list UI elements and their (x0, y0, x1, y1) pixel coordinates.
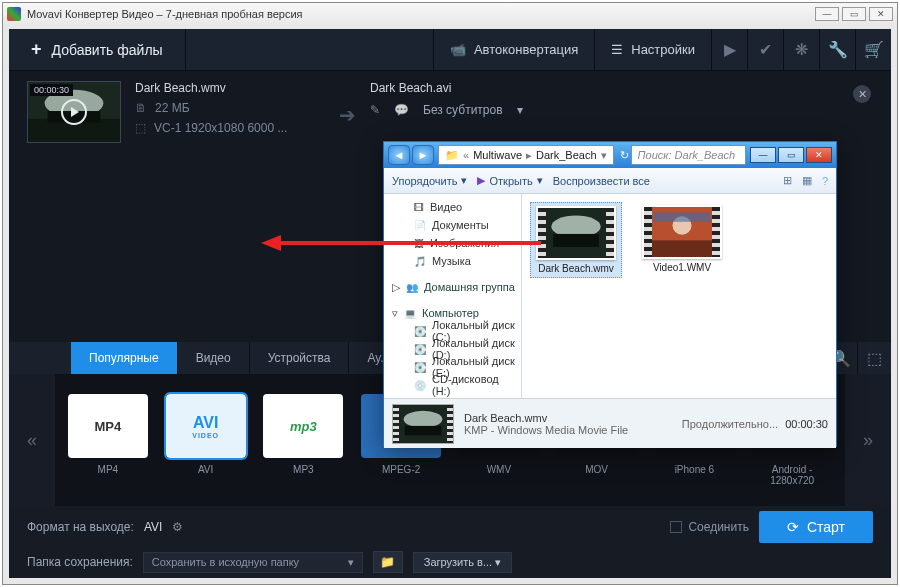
edit-icon[interactable]: ✎ (370, 103, 380, 117)
organize-button[interactable]: Упорядочить ▾ (392, 174, 467, 187)
explorer-breadcrumb[interactable]: 📁 « Multiwave ▸ Dark_Beach ▾ (438, 145, 614, 165)
outer-window-frame: Movavi Конвертер Видео – 7-дневная пробн… (2, 2, 898, 585)
format-avi[interactable]: AVIVIDEOAVI (165, 394, 247, 486)
file-codec: VC-1 1920x1080 6000 ... (154, 121, 287, 135)
maximize-button[interactable]: ▭ (842, 7, 866, 21)
explorer-sidebar[interactable]: 🎞Видео 📄Документы 🖼Изображения 🎵Музыка ▷… (384, 194, 522, 398)
detect-device-icon[interactable]: ⬚ (857, 342, 891, 374)
start-button[interactable]: ⟳Старт (759, 511, 873, 543)
input-filename: Dark Beach.wmv (135, 81, 325, 95)
top-toolbar: + Добавить файлы 📹 Автоконвертация ☰ Нас… (9, 29, 891, 71)
plus-icon: + (31, 39, 42, 60)
sidebar-cd-drive[interactable]: 💿CD-дисковод (H:) (384, 376, 521, 394)
explorer-back-button[interactable]: ◄ (388, 145, 410, 165)
sidebar-homegroup[interactable]: ▷👥Домашняя группа (384, 278, 521, 296)
add-files-button[interactable]: + Добавить файлы (9, 29, 186, 70)
help-icon[interactable]: ? (822, 175, 828, 187)
titlebar[interactable]: Movavi Конвертер Видео – 7-дневная пробн… (3, 3, 897, 25)
out-format-value: AVI (144, 520, 162, 534)
bottom-bar: Формат на выходе: AVI ⚙ Соединить ⟳Старт… (9, 506, 891, 578)
svg-rect-6 (553, 234, 599, 247)
checkbox-icon[interactable] (670, 521, 682, 533)
info-icon: ⬚ (135, 121, 146, 135)
folder-icon: 📁 (445, 149, 459, 162)
play-icon[interactable] (61, 99, 87, 125)
help-icon[interactable]: ❋ (783, 29, 819, 70)
convert-arrow-icon: ➔ (339, 103, 356, 127)
svg-rect-13 (405, 425, 442, 435)
format-mp3[interactable]: mp3MP3 (263, 394, 345, 486)
sidebar-music[interactable]: 🎵Музыка (384, 252, 521, 270)
view-icon[interactable]: ⊞ (783, 174, 792, 187)
sidebar-images[interactable]: 🖼Изображения (384, 234, 521, 252)
play-icon: ▶ (477, 174, 485, 187)
carousel-next[interactable]: » (845, 374, 891, 506)
status-duration-value: 00:00:30 (785, 418, 828, 430)
folder-icon: 📁 (380, 555, 395, 569)
join-checkbox[interactable]: Соединить (670, 520, 749, 534)
window-title: Movavi Конвертер Видео – 7-дневная пробн… (27, 8, 302, 20)
wrench-icon[interactable]: 🔧 (819, 29, 855, 70)
add-files-label: Добавить файлы (52, 42, 163, 58)
explorer-minimize-button[interactable]: — (750, 147, 776, 163)
close-button[interactable]: ✕ (869, 7, 893, 21)
explorer-titlebar[interactable]: ◄ ► 📁 « Multiwave ▸ Dark_Beach ▾ ↻ Поиск… (384, 142, 836, 168)
menu-icon: ☰ (611, 42, 623, 57)
tab-video[interactable]: Видео (178, 342, 250, 374)
autoconvert-button[interactable]: 📹 Автоконвертация (433, 29, 594, 70)
format-mp4[interactable]: MP4MP4 (67, 394, 149, 486)
file-item-video1[interactable]: Video1.WMV (636, 202, 728, 276)
status-filetype: KMP - Windows Media Movie File (464, 424, 628, 436)
status-duration-label: Продолжительно... (682, 418, 778, 430)
explorer-maximize-button[interactable]: ▭ (778, 147, 804, 163)
refresh-icon[interactable]: ↻ (620, 149, 629, 162)
video-thumbnail[interactable]: 00:00:30 (27, 81, 121, 143)
status-filename: Dark Beach.wmv (464, 412, 628, 424)
minimize-button[interactable]: — (815, 7, 839, 21)
duration-badge: 00:00:30 (30, 84, 73, 96)
subtitles-icon[interactable]: 💬 (394, 103, 409, 117)
file-icon: 🗎 (135, 101, 147, 115)
explorer-toolbar: Упорядочить ▾ ▶ Открыть ▾ Воспроизвести … (384, 168, 836, 194)
output-filename: Dark Beach.avi (370, 81, 523, 95)
svg-point-12 (404, 410, 443, 427)
remove-file-button[interactable]: ✕ (853, 85, 871, 103)
browse-folder-button[interactable]: 📁 (373, 551, 403, 573)
save-path-select[interactable]: Сохранить в исходную папку ▾ (143, 552, 363, 573)
out-format-label: Формат на выходе: (27, 520, 134, 534)
explorer-forward-button[interactable]: ► (412, 145, 434, 165)
cart-icon[interactable]: 🛒 (855, 29, 891, 70)
save-path-label: Папка сохранения: (27, 555, 133, 569)
svg-rect-8 (644, 240, 720, 257)
carousel-prev[interactable]: « (9, 374, 55, 506)
explorer-file-pane[interactable]: Dark Beach.wmv Video1.WMV (522, 194, 836, 398)
explorer-status-bar: Dark Beach.wmv KMP - Windows Media Movie… (384, 398, 836, 448)
camera-icon: 📹 (450, 42, 466, 57)
tab-popular[interactable]: Популярные (71, 342, 178, 374)
preview-pane-icon[interactable]: ▦ (802, 174, 812, 187)
file-item-dark-beach[interactable]: Dark Beach.wmv (530, 202, 622, 278)
subtitles-label[interactable]: Без субтитров (423, 103, 503, 117)
explorer-close-button[interactable]: ✕ (806, 147, 832, 163)
upload-button[interactable]: Загрузить в... ▾ (413, 552, 512, 573)
sidebar-video[interactable]: 🎞Видео (384, 198, 521, 216)
explorer-search-input[interactable]: Поиск: Dark_Beach (631, 145, 746, 165)
sidebar-documents[interactable]: 📄Документы (384, 216, 521, 234)
youtube-icon[interactable]: ▶ (711, 29, 747, 70)
vk-icon[interactable]: ✔ (747, 29, 783, 70)
gear-icon[interactable]: ⚙ (172, 520, 183, 534)
open-button[interactable]: ▶ Открыть ▾ (477, 174, 542, 187)
file-size: 22 МБ (155, 101, 190, 115)
play-all-button[interactable]: Воспроизвести все (553, 175, 650, 187)
app-logo-icon (7, 7, 21, 21)
chevron-down-icon[interactable]: ▾ (517, 103, 523, 117)
tab-devices[interactable]: Устройства (250, 342, 350, 374)
explorer-window[interactable]: ◄ ► 📁 « Multiwave ▸ Dark_Beach ▾ ↻ Поиск… (383, 141, 837, 447)
settings-button[interactable]: ☰ Настройки (594, 29, 711, 70)
svg-rect-10 (654, 213, 711, 222)
refresh-icon: ⟳ (787, 519, 799, 535)
status-thumbnail (392, 404, 454, 444)
